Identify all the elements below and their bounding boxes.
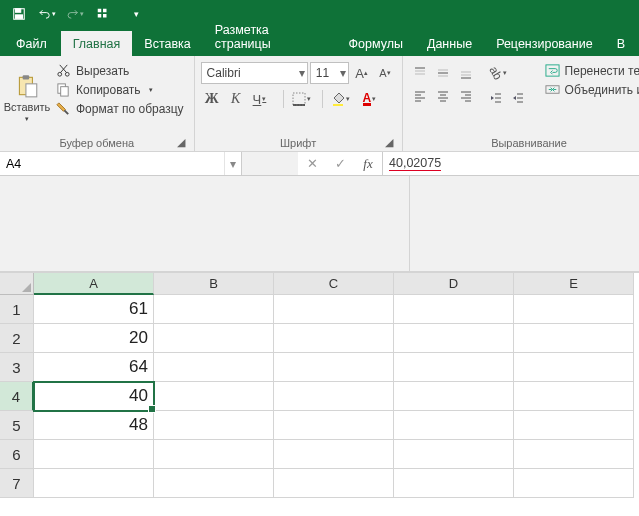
italic-button[interactable]: К: [225, 88, 247, 110]
select-all-corner[interactable]: [0, 273, 34, 295]
col-header-A[interactable]: A: [34, 273, 154, 295]
cell-C6[interactable]: [274, 440, 394, 469]
fill-color-button[interactable]: ▾: [327, 88, 357, 110]
cell-E2[interactable]: [514, 324, 634, 353]
cancel-formula-icon[interactable]: ✕: [298, 152, 326, 175]
increase-font-icon[interactable]: A▴: [351, 62, 372, 84]
row-header-1[interactable]: 1: [0, 295, 34, 324]
cell-A2[interactable]: 20: [34, 324, 154, 353]
row-header-5[interactable]: 5: [0, 411, 34, 440]
font-name-combo[interactable]: Calibri▾: [201, 62, 308, 84]
row-header-7[interactable]: 7: [0, 469, 34, 498]
cell-E3[interactable]: [514, 353, 634, 382]
cell-B2[interactable]: [154, 324, 274, 353]
cell-B7[interactable]: [154, 469, 274, 498]
align-left-icon[interactable]: [409, 85, 431, 107]
cell-A6[interactable]: [34, 440, 154, 469]
svg-rect-4: [103, 9, 107, 13]
group-font: Calibri▾ 11▾ A▴ A▾ Ж К Ч▾ ▾ ▾: [195, 56, 403, 151]
col-header-D[interactable]: D: [394, 273, 514, 295]
cell-E6[interactable]: [514, 440, 634, 469]
col-header-E[interactable]: E: [514, 273, 634, 295]
format-painter-button[interactable]: Формат по образцу: [52, 100, 188, 117]
cell-C3[interactable]: [274, 353, 394, 382]
touch-mode-icon[interactable]: [90, 2, 116, 26]
cell-E4[interactable]: [514, 382, 634, 411]
cell-B3[interactable]: [154, 353, 274, 382]
decrease-indent-icon[interactable]: [485, 87, 507, 109]
align-right-icon[interactable]: [455, 85, 477, 107]
merge-button[interactable]: Объединить и: [541, 81, 639, 98]
svg-rect-2: [16, 15, 23, 19]
tab-page-layout[interactable]: Разметка страницы: [203, 17, 337, 56]
tab-file[interactable]: Файл: [2, 31, 61, 56]
orientation-button[interactable]: ab▾: [485, 62, 515, 84]
cell-D3[interactable]: [394, 353, 514, 382]
cell-B6[interactable]: [154, 440, 274, 469]
customize-qat-icon[interactable]: ▾: [128, 2, 144, 26]
cell-E5[interactable]: [514, 411, 634, 440]
row-header-2[interactable]: 2: [0, 324, 34, 353]
paste-button[interactable]: Вставить ▾: [6, 60, 48, 136]
increase-indent-icon[interactable]: [507, 87, 529, 109]
cell-D6[interactable]: [394, 440, 514, 469]
align-center-icon[interactable]: [432, 85, 454, 107]
row-header-6[interactable]: 6: [0, 440, 34, 469]
cell-B5[interactable]: [154, 411, 274, 440]
decrease-font-icon[interactable]: A▾: [374, 62, 395, 84]
name-box-dropdown-icon[interactable]: ▾: [224, 152, 241, 175]
bold-button[interactable]: Ж: [201, 88, 223, 110]
cell-A3[interactable]: 64: [34, 353, 154, 382]
tab-insert[interactable]: Вставка: [132, 31, 202, 56]
align-bottom-icon[interactable]: [455, 62, 477, 84]
underline-button[interactable]: Ч▾: [249, 88, 279, 110]
cell-D1[interactable]: [394, 295, 514, 324]
spreadsheet-grid[interactable]: A B C D E 1 61 2 20 3 64 4 40 5 48 6 7: [0, 273, 639, 498]
cell-A4[interactable]: 40: [34, 382, 154, 411]
row-header-3[interactable]: 3: [0, 353, 34, 382]
align-middle-icon[interactable]: [432, 62, 454, 84]
cell-E1[interactable]: [514, 295, 634, 324]
tab-home[interactable]: Главная: [61, 31, 133, 56]
tab-review[interactable]: Рецензирование: [484, 31, 605, 56]
clipboard-launcher-icon[interactable]: ◢: [174, 135, 188, 149]
cell-C7[interactable]: [274, 469, 394, 498]
cell-C5[interactable]: [274, 411, 394, 440]
name-box-input[interactable]: [0, 157, 224, 171]
tab-formulas[interactable]: Формулы: [337, 31, 415, 56]
cell-D4[interactable]: [394, 382, 514, 411]
wrap-text-button[interactable]: Перенести тек: [541, 62, 639, 79]
cell-C4[interactable]: [274, 382, 394, 411]
fx-icon[interactable]: fx: [354, 152, 382, 175]
enter-formula-icon[interactable]: ✓: [326, 152, 354, 175]
cell-A5[interactable]: 48: [34, 411, 154, 440]
formula-input[interactable]: 40,02075: [383, 152, 639, 176]
row-header-4[interactable]: 4: [0, 382, 34, 411]
font-launcher-icon[interactable]: ◢: [382, 135, 396, 149]
cell-D7[interactable]: [394, 469, 514, 498]
name-box[interactable]: ▾: [0, 152, 242, 176]
borders-button[interactable]: ▾: [288, 88, 318, 110]
cut-button[interactable]: Вырезать: [52, 62, 188, 79]
cell-A7[interactable]: [34, 469, 154, 498]
font-size-combo[interactable]: 11▾: [310, 62, 349, 84]
tab-view[interactable]: В: [605, 31, 637, 56]
font-color-button[interactable]: A▾: [359, 88, 389, 110]
svg-rect-14: [293, 93, 305, 105]
cell-C2[interactable]: [274, 324, 394, 353]
redo-icon[interactable]: ▾: [62, 2, 88, 26]
align-top-icon[interactable]: [409, 62, 431, 84]
undo-icon[interactable]: ▾: [34, 2, 60, 26]
cell-A1[interactable]: 61: [34, 295, 154, 324]
col-header-C[interactable]: C: [274, 273, 394, 295]
tab-data[interactable]: Данные: [415, 31, 484, 56]
save-icon[interactable]: [6, 2, 32, 26]
col-header-B[interactable]: B: [154, 273, 274, 295]
cell-C1[interactable]: [274, 295, 394, 324]
cell-D2[interactable]: [394, 324, 514, 353]
cell-D5[interactable]: [394, 411, 514, 440]
cell-E7[interactable]: [514, 469, 634, 498]
cell-B1[interactable]: [154, 295, 274, 324]
cell-B4[interactable]: [154, 382, 274, 411]
copy-button[interactable]: Копировать▾: [52, 81, 188, 98]
